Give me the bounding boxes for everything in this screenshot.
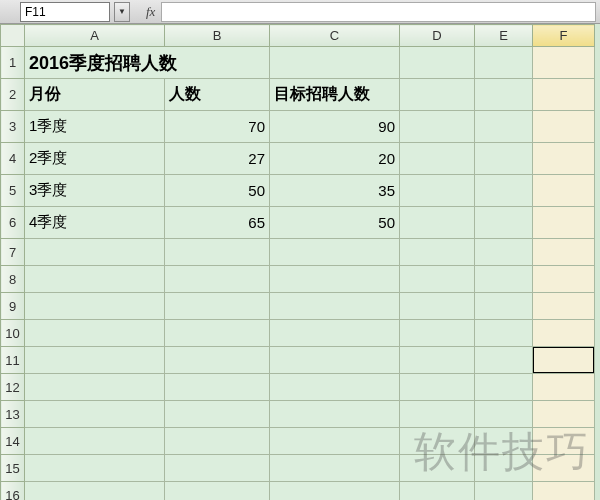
- cell[interactable]: [475, 143, 533, 175]
- cell[interactable]: [400, 111, 475, 143]
- cell[interactable]: [400, 175, 475, 207]
- header-count[interactable]: 人数: [165, 79, 270, 111]
- col-header-E[interactable]: E: [475, 25, 533, 47]
- cell[interactable]: [400, 482, 475, 501]
- row-header-8[interactable]: 8: [1, 266, 25, 293]
- cell[interactable]: [400, 47, 475, 79]
- cell-count[interactable]: 70: [165, 111, 270, 143]
- cell[interactable]: [400, 293, 475, 320]
- row-header-9[interactable]: 9: [1, 293, 25, 320]
- row-header-2[interactable]: 2: [1, 79, 25, 111]
- cell[interactable]: [400, 207, 475, 239]
- cell[interactable]: [165, 482, 270, 501]
- cell-target[interactable]: 20: [270, 143, 400, 175]
- cell[interactable]: [25, 401, 165, 428]
- cell[interactable]: [400, 428, 475, 455]
- cell[interactable]: [533, 320, 595, 347]
- cell-month[interactable]: 1季度: [25, 111, 165, 143]
- cell[interactable]: [533, 455, 595, 482]
- cell[interactable]: [475, 293, 533, 320]
- cell[interactable]: [533, 293, 595, 320]
- row-header-7[interactable]: 7: [1, 239, 25, 266]
- cell[interactable]: [270, 428, 400, 455]
- cell[interactable]: [270, 293, 400, 320]
- cell[interactable]: [475, 47, 533, 79]
- cell[interactable]: [400, 266, 475, 293]
- cell-month[interactable]: 2季度: [25, 143, 165, 175]
- cell[interactable]: [475, 79, 533, 111]
- cell[interactable]: [475, 207, 533, 239]
- cell[interactable]: [270, 266, 400, 293]
- cell[interactable]: [400, 320, 475, 347]
- cell-target[interactable]: 90: [270, 111, 400, 143]
- name-box-dropdown[interactable]: ▼: [114, 2, 130, 22]
- cell-count[interactable]: 65: [165, 207, 270, 239]
- col-header-A[interactable]: A: [25, 25, 165, 47]
- cell[interactable]: [270, 455, 400, 482]
- cell[interactable]: [533, 266, 595, 293]
- row-header-12[interactable]: 12: [1, 374, 25, 401]
- col-header-B[interactable]: B: [165, 25, 270, 47]
- fx-icon[interactable]: fx: [146, 4, 155, 20]
- cell[interactable]: [270, 239, 400, 266]
- row-header-6[interactable]: 6: [1, 207, 25, 239]
- cell[interactable]: [25, 482, 165, 501]
- cell[interactable]: [533, 374, 595, 401]
- cell-target[interactable]: 50: [270, 207, 400, 239]
- cell[interactable]: [165, 428, 270, 455]
- cell[interactable]: [25, 239, 165, 266]
- cell[interactable]: [270, 374, 400, 401]
- cell[interactable]: [475, 428, 533, 455]
- cell[interactable]: [270, 401, 400, 428]
- cell[interactable]: [270, 482, 400, 501]
- cell[interactable]: [475, 374, 533, 401]
- cell[interactable]: [533, 47, 595, 79]
- cell[interactable]: [400, 79, 475, 111]
- name-box[interactable]: F11: [20, 2, 110, 22]
- row-header-14[interactable]: 14: [1, 428, 25, 455]
- cell[interactable]: [533, 401, 595, 428]
- col-header-F[interactable]: F: [533, 25, 595, 47]
- cell[interactable]: [475, 266, 533, 293]
- cell[interactable]: [270, 347, 400, 374]
- cell[interactable]: [25, 293, 165, 320]
- cell[interactable]: [475, 111, 533, 143]
- select-all-corner[interactable]: [1, 25, 25, 47]
- row-header-1[interactable]: 1: [1, 47, 25, 79]
- cell[interactable]: [25, 428, 165, 455]
- cell[interactable]: [475, 175, 533, 207]
- header-month[interactable]: 月份: [25, 79, 165, 111]
- cell[interactable]: [400, 401, 475, 428]
- header-target[interactable]: 目标招聘人数: [270, 79, 400, 111]
- cell[interactable]: [165, 401, 270, 428]
- cell[interactable]: [165, 293, 270, 320]
- cell[interactable]: [533, 175, 595, 207]
- row-header-3[interactable]: 3: [1, 111, 25, 143]
- cell[interactable]: [475, 455, 533, 482]
- cell-count[interactable]: 27: [165, 143, 270, 175]
- cell[interactable]: [25, 266, 165, 293]
- cell[interactable]: [533, 79, 595, 111]
- cell[interactable]: [25, 347, 165, 374]
- cell-count[interactable]: 50: [165, 175, 270, 207]
- cell[interactable]: [533, 428, 595, 455]
- row-header-5[interactable]: 5: [1, 175, 25, 207]
- cell[interactable]: [475, 401, 533, 428]
- cell[interactable]: [533, 482, 595, 501]
- cell[interactable]: [475, 239, 533, 266]
- cell[interactable]: [533, 207, 595, 239]
- cell[interactable]: [165, 239, 270, 266]
- selected-cell[interactable]: [533, 347, 595, 374]
- cell[interactable]: [270, 47, 400, 79]
- cell[interactable]: [165, 266, 270, 293]
- cell[interactable]: [475, 482, 533, 501]
- cell[interactable]: [25, 320, 165, 347]
- col-header-D[interactable]: D: [400, 25, 475, 47]
- row-header-10[interactable]: 10: [1, 320, 25, 347]
- row-header-4[interactable]: 4: [1, 143, 25, 175]
- row-header-11[interactable]: 11: [1, 347, 25, 374]
- cell-target[interactable]: 35: [270, 175, 400, 207]
- cell[interactable]: [25, 374, 165, 401]
- formula-input[interactable]: [161, 2, 596, 22]
- cell-month[interactable]: 4季度: [25, 207, 165, 239]
